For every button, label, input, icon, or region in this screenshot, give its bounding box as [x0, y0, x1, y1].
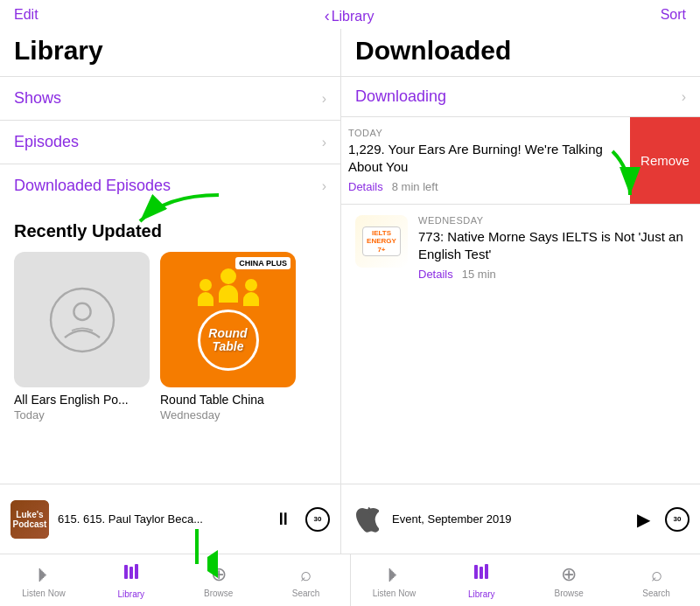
shows-link[interactable]: Shows	[14, 89, 61, 108]
tab-bar-right: ⏵ Listen Now Library ⊕ Browse ⌕ Search	[351, 554, 701, 606]
pause-button[interactable]: ⏸	[270, 506, 297, 533]
player-right: Event, September 2019 ▶	[341, 484, 700, 554]
play-button-right[interactable]: ▶	[630, 506, 656, 533]
episode-meta-2: Details 15 min	[418, 268, 686, 281]
podcast-card-title-aee: All Ears English Po...	[14, 393, 150, 407]
svg-rect-9	[485, 564, 488, 579]
podcast-card-date-aee: Today	[14, 408, 150, 421]
podcast-default-icon	[47, 285, 117, 355]
tab-label-listen-right: Listen Now	[373, 589, 416, 598]
tab-label-search-right: Search	[642, 589, 670, 598]
library-title: Library	[0, 29, 340, 76]
downloading-row[interactable]: Downloading ›	[341, 76, 700, 116]
player-controls-right: ▶	[630, 506, 690, 533]
player-title-left: 615. 615. Paul Taylor Beca...	[58, 512, 262, 526]
podcast-card-date-roundtable: Wednesday	[160, 408, 296, 421]
episode-content-1: ALL EARSENGLISH TODAY 1,229. Your Ears A…	[341, 117, 630, 204]
skip-forward-button-right[interactable]	[665, 507, 690, 532]
tab-browse-left[interactable]: ⊕ Browse	[175, 554, 262, 606]
tab-search-left[interactable]: ⌕ Search	[262, 554, 350, 606]
skip-forward-button[interactable]	[305, 507, 330, 532]
sidebar-item-episodes[interactable]: Episodes ›	[0, 120, 340, 164]
search-icon-right: ⌕	[651, 563, 662, 586]
player-title-right: Event, September 2019	[392, 512, 621, 526]
svg-rect-4	[124, 565, 128, 579]
svg-point-1	[74, 303, 90, 319]
tab-label-library-right: Library	[468, 589, 495, 599]
chevron-left-icon: ‹	[325, 7, 330, 25]
tab-search-right[interactable]: ⌕ Search	[612, 554, 700, 606]
episode-info-2: WEDNESDAY 773: Native Morne Says IELTS i…	[418, 215, 686, 281]
episode-thumb-ielts-2: IELTSENERGY7+	[355, 215, 408, 268]
podcast-thumbnail-aee	[14, 252, 150, 387]
recently-updated-title: Recently Updated	[14, 221, 326, 241]
ielts-badge: IELTSENERGY7+	[362, 226, 401, 257]
player-thumb-left: Luke'sPodcast	[10, 500, 49, 539]
episode-title-2: 773: Native Morne Says IELTS is Not 'Jus…	[418, 228, 686, 262]
episode-day-2: WEDNESDAY	[418, 215, 686, 226]
browse-icon-right: ⊕	[561, 563, 577, 586]
podcast-card-title-roundtable: Round Table China	[160, 393, 296, 407]
podcast-thumbnail-roundtable: CHINA PLUS	[160, 252, 296, 387]
library-icon-left	[122, 562, 141, 587]
sidebar-item-downloaded-episodes[interactable]: Downloaded Episodes ›	[0, 164, 340, 207]
back-button[interactable]: ‹ Library	[325, 7, 374, 25]
downloading-link[interactable]: Downloading	[355, 87, 446, 106]
left-panel: Library Shows › Episodes › Downloaded Ep…	[0, 29, 341, 484]
chevron-right-icon: ›	[322, 91, 326, 107]
player-controls-left: ⏸	[270, 506, 330, 533]
episode-title-1: 1,229. Your Ears Are Burning! We're Talk…	[348, 141, 616, 175]
episode-day-1: TODAY	[348, 128, 616, 138]
chevron-right-icon: ›	[682, 89, 686, 105]
back-label: Library	[332, 9, 374, 24]
episode-details-link-2[interactable]: Details	[418, 268, 453, 281]
remove-button-1[interactable]: Remove	[630, 117, 700, 204]
episodes-link[interactable]: Episodes	[14, 133, 79, 151]
podcast-card-aee[interactable]: All Ears English Po... Today	[14, 252, 150, 421]
tab-bar-left: ⏵ Listen Now Library ⊕ Browse ⌕ Search	[0, 554, 350, 606]
tab-listen-now-left[interactable]: ⏵ Listen Now	[0, 554, 88, 606]
tab-library-left[interactable]: Library	[88, 554, 175, 606]
podcast-card-roundtable[interactable]: CHINA PLUS	[160, 252, 296, 421]
episode-info-1: TODAY 1,229. Your Ears Are Burning! We'r…	[348, 128, 616, 193]
tab-library-right[interactable]: Library	[438, 554, 525, 606]
svg-rect-6	[135, 564, 138, 579]
episode-time-1: 8 min left	[392, 180, 438, 193]
episode-item-2[interactable]: IELTSENERGY7+ WEDNESDAY 773: Native Morn…	[341, 204, 700, 291]
svg-rect-7	[474, 565, 478, 579]
episode-list: ALL EARSENGLISH TODAY 1,229. Your Ears A…	[341, 116, 700, 484]
sidebar-item-shows[interactable]: Shows ›	[0, 76, 340, 120]
tab-bar: ⏵ Listen Now Library ⊕ Browse ⌕ Search ⏵	[0, 554, 700, 606]
search-icon-left: ⌕	[300, 563, 312, 586]
tab-listen-now-right[interactable]: ⏵ Listen Now	[351, 554, 438, 606]
episode-details-link-1[interactable]: Details	[348, 180, 383, 193]
tab-label-browse-right: Browse	[555, 589, 584, 598]
apple-logo-icon	[356, 505, 379, 533]
china-plus-badge: CHINA PLUS	[235, 257, 290, 269]
round-table-icon: RoundTable	[198, 268, 259, 371]
episode-item-1[interactable]: ALL EARSENGLISH TODAY 1,229. Your Ears A…	[341, 116, 700, 204]
podcast-grid: All Ears English Po... Today CHINA PLUS	[14, 252, 326, 421]
tab-label-search-left: Search	[292, 589, 320, 598]
apple-icon	[352, 504, 383, 535]
chevron-right-icon: ›	[322, 135, 326, 150]
browse-icon-left: ⊕	[211, 563, 227, 586]
downloaded-episodes-link[interactable]: Downloaded Episodes	[14, 177, 171, 195]
library-nav: Shows › Episodes › Downloaded Episodes ›	[0, 76, 340, 207]
listen-now-icon-left: ⏵	[34, 563, 53, 586]
tab-browse-right[interactable]: ⊕ Browse	[525, 554, 612, 606]
listen-now-icon-right: ⏵	[384, 563, 403, 586]
svg-rect-8	[480, 567, 483, 579]
sort-button[interactable]: Sort	[661, 7, 686, 22]
tab-label-listen-left: Listen Now	[22, 589, 65, 598]
player-left: Luke'sPodcast 615. 615. Paul Taylor Beca…	[0, 484, 341, 554]
episode-content-2: IELTSENERGY7+ WEDNESDAY 773: Native Morn…	[341, 205, 700, 291]
chevron-right-icon: ›	[322, 178, 326, 194]
bottom-player: Luke'sPodcast 615. 615. Paul Taylor Beca…	[0, 484, 700, 554]
edit-button[interactable]: Edit	[14, 7, 38, 25]
episode-time-2: 15 min	[462, 268, 496, 281]
svg-rect-5	[130, 567, 133, 579]
top-nav: Edit ‹ Library Sort	[0, 0, 700, 29]
right-panel: Downloaded Downloading › ALL EARSENGLISH…	[341, 29, 700, 484]
downloaded-title: Downloaded	[341, 29, 700, 76]
